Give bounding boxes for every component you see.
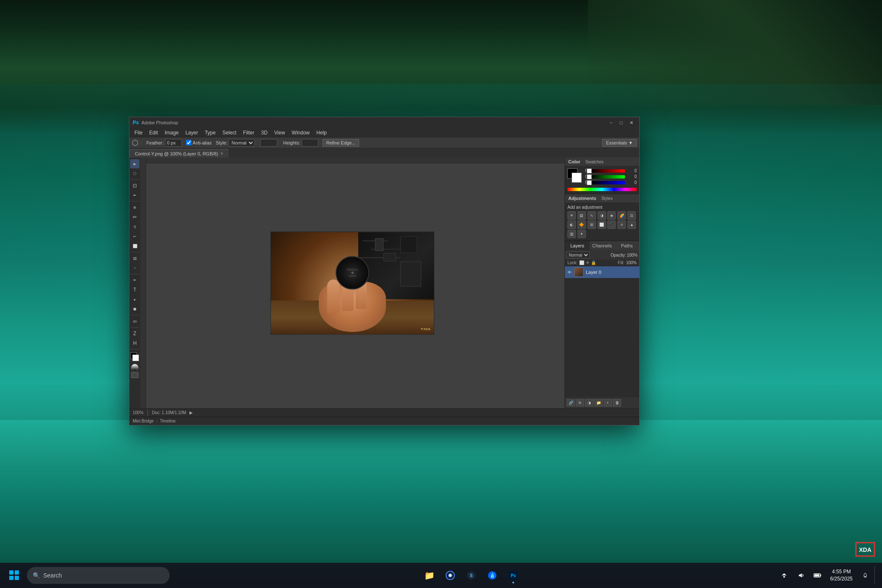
opt-style-select[interactable]: Normal <box>228 139 255 147</box>
ps-blue-track[interactable] <box>591 181 625 184</box>
ps-delete-layer-button[interactable]: 🗑 <box>613 399 621 407</box>
taskbar-volume-icon[interactable] <box>793 566 808 585</box>
menu-window[interactable]: Window <box>289 128 313 137</box>
ps-lock-checkbox-icon[interactable]: ⬜ <box>579 260 584 265</box>
ps-add-mask-button[interactable]: ◑ <box>585 399 593 407</box>
ps-swatches-tab[interactable]: Swatches <box>585 160 604 164</box>
tool-stamp[interactable]: S <box>130 222 139 231</box>
tool-select[interactable]: ▸ <box>130 159 139 168</box>
ps-maximize-button[interactable]: □ <box>617 119 626 126</box>
adj-bw[interactable]: ◐ <box>567 220 576 229</box>
opt-refine-edge-button[interactable]: Refine Edge... <box>323 139 360 147</box>
menu-filter[interactable]: Filter <box>240 128 258 137</box>
adj-invert[interactable]: ⬛ <box>607 220 616 229</box>
menu-edit[interactable]: Edit <box>146 128 161 137</box>
menu-layer[interactable]: Layer <box>182 128 201 137</box>
show-desktop-button[interactable] <box>874 566 877 585</box>
tool-path-select[interactable]: ▸ <box>130 295 139 304</box>
start-button[interactable] <box>5 566 24 585</box>
ps-new-layer-button[interactable]: + <box>604 399 612 407</box>
menu-type[interactable]: Type <box>201 128 219 137</box>
taskbar-network-icon[interactable] <box>777 566 792 585</box>
opt-height-input[interactable] <box>302 139 318 147</box>
adj-threshold[interactable]: ▲ <box>627 220 636 229</box>
tool-eraser[interactable]: ⬜ <box>130 242 139 251</box>
xda-logo-desktop[interactable]: XDA <box>855 542 875 559</box>
ps-new-group-button[interactable]: 📁 <box>594 399 603 407</box>
ps-red-track[interactable] <box>591 169 625 173</box>
ps-background-color[interactable] <box>572 173 582 183</box>
menu-view[interactable]: View <box>271 128 289 137</box>
ps-mini-bridge-link[interactable]: Mini Bridge <box>133 419 154 423</box>
taskbar-search-bar[interactable]: 🔍 Search <box>27 567 170 584</box>
tool-lasso[interactable]: ⬡ <box>130 169 139 178</box>
adj-color-balance[interactable]: ⚖ <box>627 211 636 220</box>
menu-file[interactable]: File <box>131 128 146 137</box>
adj-color-lookup[interactable]: ⬜ <box>598 220 606 229</box>
adj-hue[interactable]: 🌈 <box>617 211 626 220</box>
taskbar-clock[interactable]: 4:55 PM 6/25/2025 <box>827 568 856 583</box>
taskbar-notification-icon[interactable] <box>858 566 873 585</box>
taskbar-chrome[interactable] <box>441 566 459 585</box>
ps-status-arrow[interactable]: ▶ <box>189 410 193 415</box>
tool-history[interactable]: ↩ <box>130 232 139 241</box>
ps-adjustments-panel-header[interactable]: Adjustments Styles <box>565 194 639 202</box>
ps-minimize-button[interactable]: − <box>606 119 616 126</box>
tool-crop[interactable]: ⊡ <box>130 181 139 190</box>
opt-width-input[interactable] <box>260 139 277 147</box>
adj-vibrance[interactable]: ◈ <box>607 211 616 220</box>
tool-pen[interactable]: ✒ <box>130 276 139 285</box>
ps-timeline-link[interactable]: Timeline <box>160 419 176 423</box>
ps-add-style-button[interactable]: fx <box>576 399 584 407</box>
opt-antialias-checkbox[interactable] <box>186 140 192 145</box>
adj-exposure[interactable]: ◑ <box>598 211 606 220</box>
ps-blend-mode-select[interactable]: Normal <box>567 252 590 258</box>
menu-image[interactable]: Image <box>161 128 182 137</box>
ps-channels-tab[interactable]: Channels <box>590 241 614 250</box>
adj-gradient-map[interactable]: ▥ <box>567 230 576 238</box>
ps-layer-eye-icon[interactable]: 👁 <box>567 270 572 275</box>
ps-layers-tab[interactable]: Layers <box>565 241 590 250</box>
tool-screen-mode[interactable]: ⬛ <box>131 372 139 378</box>
tool-quick-mask[interactable] <box>131 364 139 371</box>
opt-feather-input[interactable] <box>165 139 182 147</box>
tool-dodge[interactable]: ○ <box>130 263 139 273</box>
ps-lock-move-icon[interactable]: ✛ <box>586 260 589 265</box>
tool-color-fg[interactable] <box>130 352 139 362</box>
tool-3d[interactable]: 3D <box>130 317 139 326</box>
ps-lock-all-icon[interactable]: 🔒 <box>591 260 596 265</box>
adj-curves[interactable]: ∿ <box>588 211 596 220</box>
adj-posterize[interactable]: ≡ <box>617 220 626 229</box>
ps-close-button[interactable]: ✕ <box>627 119 636 126</box>
tool-eyedropper[interactable]: ✒ <box>130 191 139 200</box>
ps-fg-bg-colors[interactable] <box>567 168 583 184</box>
taskbar-dropbox[interactable]: 💧 <box>483 566 501 585</box>
tool-brush[interactable]: ✏ <box>130 213 139 222</box>
ps-canvas-area[interactable]: DURACELL ⊕ CR2032 ✦XDA <box>140 158 564 408</box>
ps-green-track[interactable] <box>591 175 625 178</box>
tool-heal[interactable]: ⊕ <box>130 203 139 212</box>
tool-text[interactable]: T <box>130 285 139 294</box>
tool-hand[interactable]: H <box>130 339 139 348</box>
tool-zoom[interactable]: Z <box>130 329 139 338</box>
ps-paths-tab[interactable]: Paths <box>614 241 639 250</box>
adj-levels[interactable]: ▤ <box>578 211 586 220</box>
tool-gradient[interactable]: ▤ <box>130 254 139 263</box>
taskbar-file-explorer[interactable]: 📁 <box>420 566 438 585</box>
adj-photo-filter[interactable]: 🔶 <box>578 220 586 229</box>
adj-selective-color[interactable]: ✦ <box>578 230 586 238</box>
taskbar-battery-icon[interactable] <box>810 566 825 585</box>
opt-essentials-button[interactable]: Essentials ▼ <box>602 139 637 147</box>
menu-help[interactable]: Help <box>313 128 330 137</box>
tool-shape[interactable]: ⬟ <box>130 304 139 314</box>
taskbar-steam[interactable]: S <box>462 566 480 585</box>
adj-channel-mixer[interactable]: ⊞ <box>588 220 596 229</box>
ps-layer-0-item[interactable]: 👁 Layer 0 <box>565 266 639 278</box>
ps-link-layers-button[interactable]: 🔗 <box>567 399 575 407</box>
adj-brightness[interactable]: ☀ <box>567 211 576 220</box>
menu-3d[interactable]: 3D <box>257 128 270 137</box>
ps-color-spectrum[interactable] <box>567 188 637 191</box>
taskbar-photoshop[interactable]: Ps <box>504 566 522 585</box>
ps-styles-tab[interactable]: Styles <box>601 196 613 201</box>
menu-select[interactable]: Select <box>219 128 239 137</box>
